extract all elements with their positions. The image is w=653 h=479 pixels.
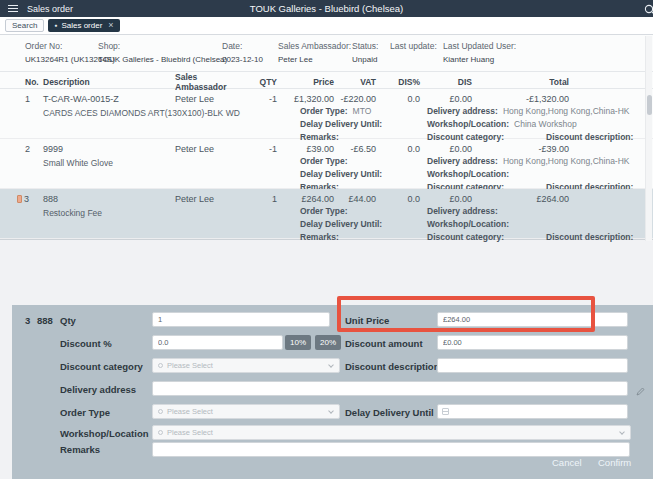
tab-close-icon[interactable]: ×	[108, 21, 113, 30]
row-description: CARDS ACES DIAMONDS ART(130X100)-BLK WD	[43, 108, 240, 118]
detail-delivery-value: Hong Kong,Hong Kong,China-HK	[503, 106, 630, 119]
tab-search[interactable]: Search	[5, 19, 44, 32]
chevron-down-icon	[328, 362, 334, 368]
row-description: Restocking Fee	[43, 208, 102, 218]
detail-discount-description-label: Discount description:	[546, 232, 633, 245]
detail-delay-label: Delay Delivery Until:	[300, 219, 382, 232]
scrollbar-thumb[interactable]	[647, 95, 652, 115]
row-sku: 888	[43, 194, 175, 204]
remarks-label: Remarks	[60, 444, 100, 455]
row-ambassador: Peter Lee	[175, 94, 250, 104]
chevron-down-icon	[328, 408, 334, 414]
discount-amount-label: Discount amount	[345, 338, 423, 349]
table-row[interactable]: 2 9999 Peter Lee -1 £39.00 -£6.50 0.0 £0…	[0, 139, 653, 189]
detail-workshop-label: Workshop/Location:	[427, 169, 509, 182]
ambassador-label: Sales Ambassador:	[278, 41, 352, 51]
shop-value: TOUK Galleries - Bluebird (Chelsea)	[98, 55, 222, 64]
col-dis: DIS	[420, 77, 472, 87]
row-dis: £0.00	[420, 194, 472, 204]
status-value: Unpaid	[352, 55, 390, 64]
row-no: 2	[25, 144, 43, 154]
discount-pct-input[interactable]	[152, 335, 283, 350]
unit-price-input[interactable]	[437, 312, 628, 327]
scrollbar-track[interactable]	[645, 36, 652, 241]
qty-label: Qty	[60, 315, 76, 326]
discount-10-button[interactable]: 10%	[285, 335, 311, 350]
select-placeholder: Please Select	[167, 428, 213, 437]
row-no: 3	[25, 194, 43, 204]
col-qty: QTY	[250, 77, 277, 87]
delivery-address-input[interactable]	[152, 381, 628, 396]
row-details: Order Type: Delivery address: Delay Deli…	[300, 206, 647, 245]
col-total: Total	[472, 77, 569, 87]
row-price: £264.00	[277, 194, 334, 204]
row-vat: -£220.00	[334, 94, 376, 104]
detail-remarks-label: Remarks:	[300, 232, 339, 245]
row-total: -£39.00	[472, 144, 569, 154]
detail-delivery-value: Hong Kong,Hong Kong,China-HK	[503, 156, 630, 169]
tab-bar: Search ● Sales order ×	[0, 17, 653, 35]
edit-form-panel: 3 888 Qty Unit Price Discount % 10% 20% …	[12, 305, 653, 479]
row-vat: £44.00	[334, 194, 376, 204]
discount-description-input[interactable]	[437, 358, 628, 373]
row-ambassador: Peter Lee	[175, 144, 250, 154]
detail-order-type-value: MTO	[353, 106, 372, 119]
form-product-code: 888	[37, 315, 53, 326]
col-vat: VAT	[334, 77, 376, 87]
tab-search-label: Search	[12, 21, 37, 30]
form-row-no: 3	[25, 315, 30, 326]
select-loading-icon	[158, 409, 163, 414]
row-dis-pct: 0.0	[376, 94, 420, 104]
unit-price-label: Unit Price	[345, 315, 389, 326]
qty-input[interactable]	[152, 312, 330, 327]
last-updated-user-label: Last Updated User:	[443, 41, 653, 51]
confirm-button[interactable]: Confirm	[598, 457, 631, 468]
row-total: £264.00	[472, 194, 569, 204]
order-type-label: Order Type	[60, 407, 110, 418]
table-row-selected[interactable]: 3 888 Peter Lee 1 £264.00 £44.00 0.0 £0.…	[0, 189, 653, 239]
cancel-button[interactable]: Cancel	[552, 457, 582, 468]
col-dis-pct: DIS%	[376, 77, 420, 87]
top-bar: Sales order TOUK Galleries - Bluebird (C…	[0, 0, 653, 17]
detail-delay-label: Delay Delivery Until:	[300, 169, 382, 182]
table-row[interactable]: 1 T-CAR-WA-0015-Z Peter Lee -1 £1,320.00…	[0, 89, 653, 139]
row-no: 1	[25, 94, 43, 104]
discount-20-button[interactable]: 20%	[315, 335, 341, 350]
detail-discount-category-label: Discount category:	[427, 232, 504, 245]
delay-delivery-input[interactable]	[437, 404, 628, 419]
col-price: Price	[277, 77, 334, 87]
edit-pencil-icon[interactable]	[636, 382, 645, 400]
row-ambassador: Peter Lee	[175, 194, 250, 204]
row-qty: 1	[250, 194, 277, 204]
row-qty: -1	[250, 144, 277, 154]
row-price: £1,320.00	[277, 94, 334, 104]
discount-category-select[interactable]: Please Select	[152, 358, 340, 373]
date-value: 2023-12-10	[222, 55, 278, 64]
delay-delivery-label: Delay Delivery Until	[345, 407, 434, 418]
ambassador-value: Peter Lee	[278, 55, 352, 64]
row-sku: T-CAR-WA-0015-Z	[43, 94, 175, 104]
workshop-select[interactable]: Please Select	[152, 425, 631, 440]
discount-amount-input[interactable]	[437, 335, 628, 350]
detail-delivery-label: Delivery address:	[427, 206, 498, 219]
detail-workshop-value: China Workshop	[514, 119, 577, 132]
tab-sales-order-label: Sales order	[61, 21, 102, 30]
search-icon[interactable]	[644, 2, 653, 14]
select-loading-icon	[158, 430, 163, 435]
tab-sales-order[interactable]: ● Sales order ×	[48, 19, 119, 32]
shop-label: Shop:	[98, 41, 222, 51]
row-sku: 9999	[43, 144, 175, 154]
detail-workshop-label: Workshop/Location:	[427, 119, 509, 132]
select-placeholder: Please Select	[167, 361, 213, 370]
discount-pct-label: Discount %	[60, 338, 112, 349]
detail-delivery-label: Delivery address:	[427, 106, 498, 119]
row-vat: -£6.50	[334, 144, 376, 154]
row-description: Small White Glove	[43, 158, 113, 168]
workshop-label: Workshop/Location	[60, 428, 149, 439]
order-type-select[interactable]: Please Select	[152, 404, 340, 419]
delivery-address-label: Delivery address	[60, 384, 136, 395]
row-dis-pct: 0.0	[376, 144, 420, 154]
row-dis-pct: 0.0	[376, 194, 420, 204]
detail-delivery-label: Delivery address:	[427, 156, 498, 169]
remarks-input[interactable]	[152, 442, 630, 457]
